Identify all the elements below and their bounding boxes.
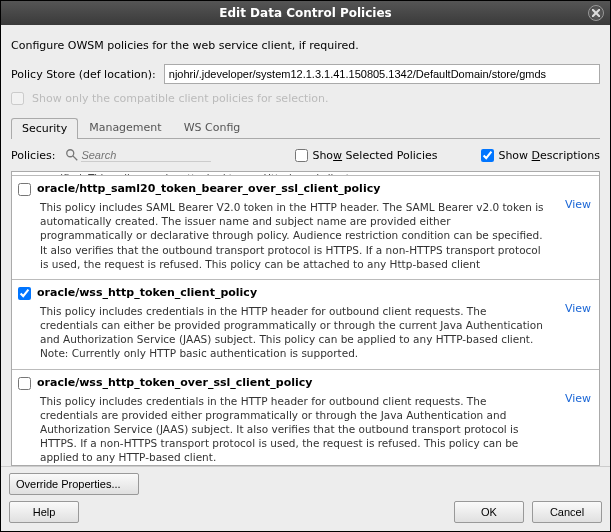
policies-label: Policies: xyxy=(11,149,55,162)
show-selected-wrap[interactable]: Show Selected Policies xyxy=(295,149,437,162)
policy-item: oracle/wss_http_token_client_policy This… xyxy=(12,280,599,370)
tab-security[interactable]: Security xyxy=(11,118,78,139)
cancel-button[interactable]: Cancel xyxy=(532,501,602,523)
description-text: Configure OWSM policies for the web serv… xyxy=(11,39,600,52)
policy-store-row: Policy Store (def location): xyxy=(11,64,600,84)
show-descriptions-wrap[interactable]: Show Descriptions xyxy=(481,149,600,162)
policy-store-input[interactable] xyxy=(164,64,600,84)
search-input[interactable] xyxy=(81,149,211,162)
policy-checkbox[interactable] xyxy=(18,287,31,300)
tab-management[interactable]: Management xyxy=(78,117,172,138)
policy-item: oracle/http_saml20_token_bearer_over_ssl… xyxy=(12,176,599,280)
policy-desc: This policy includes credentials in the … xyxy=(40,394,545,465)
policy-list: specified. This policy can be attached t… xyxy=(11,171,600,466)
search-wrap xyxy=(65,148,255,162)
help-button[interactable]: Help xyxy=(9,501,79,523)
titlebar: Edit Data Control Policies xyxy=(1,1,610,25)
close-icon[interactable] xyxy=(588,5,604,21)
ok-button[interactable]: OK xyxy=(454,501,524,523)
policy-desc: This policy includes SAML Bearer V2.0 to… xyxy=(40,200,545,271)
policies-toolbar: Policies: Show Selected Policies Show De… xyxy=(11,145,600,165)
svg-line-3 xyxy=(73,156,77,160)
compat-label: Show only the compatible client policies… xyxy=(32,92,329,105)
tab-wsconfig[interactable]: WS Config xyxy=(173,117,252,138)
policy-name: oracle/http_saml20_token_bearer_over_ssl… xyxy=(37,182,380,195)
policy-desc: This policy includes credentials in the … xyxy=(40,304,545,361)
window-title: Edit Data Control Policies xyxy=(219,6,391,20)
override-properties-button[interactable]: Override Properties... xyxy=(9,473,139,495)
show-descriptions-checkbox[interactable] xyxy=(481,149,494,162)
search-icon xyxy=(65,148,79,162)
view-link[interactable]: View xyxy=(565,302,591,315)
svg-point-2 xyxy=(67,150,74,157)
dialog-footer: Override Properties... Help OK Cancel xyxy=(1,466,610,531)
view-link[interactable]: View xyxy=(565,392,591,405)
view-link[interactable]: View xyxy=(565,198,591,211)
policy-checkbox[interactable] xyxy=(18,377,31,390)
policy-checkbox[interactable] xyxy=(18,183,31,196)
show-selected-label: Show Selected Policies xyxy=(312,149,437,162)
tab-bar: Security Management WS Config xyxy=(11,117,600,139)
compat-checkbox xyxy=(11,92,24,105)
compat-row: Show only the compatible client policies… xyxy=(11,92,600,105)
policy-item: oracle/wss_http_token_over_ssl_client_po… xyxy=(12,370,599,465)
policy-name: oracle/wss_http_token_over_ssl_client_po… xyxy=(37,376,313,389)
policy-store-label: Policy Store (def location): xyxy=(11,68,156,81)
show-selected-checkbox[interactable] xyxy=(295,149,308,162)
policy-name: oracle/wss_http_token_client_policy xyxy=(37,286,257,299)
show-descriptions-label: Show Descriptions xyxy=(498,149,600,162)
